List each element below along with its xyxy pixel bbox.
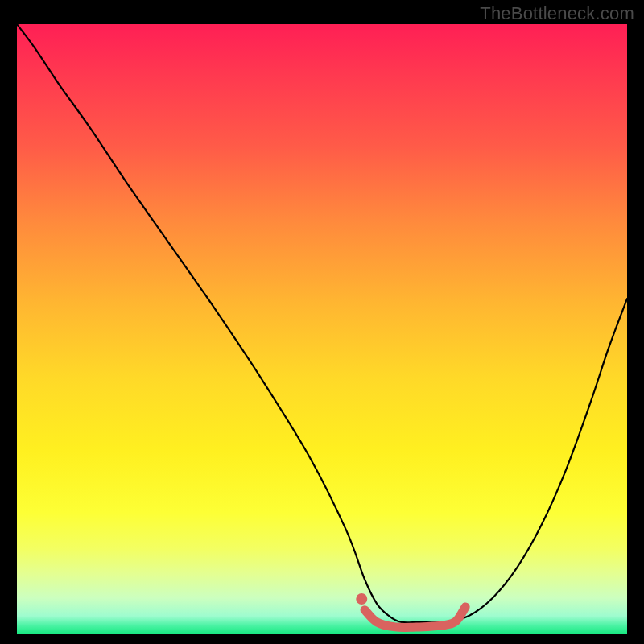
chart-svg (17, 24, 627, 634)
watermark-text: TheBottleneck.com (480, 3, 634, 24)
highlight-segment (365, 607, 465, 628)
chart-frame: TheBottleneck.com (0, 0, 644, 644)
bottleneck-curve (17, 24, 627, 622)
highlight-dot (356, 593, 367, 605)
plot-area (17, 24, 627, 634)
